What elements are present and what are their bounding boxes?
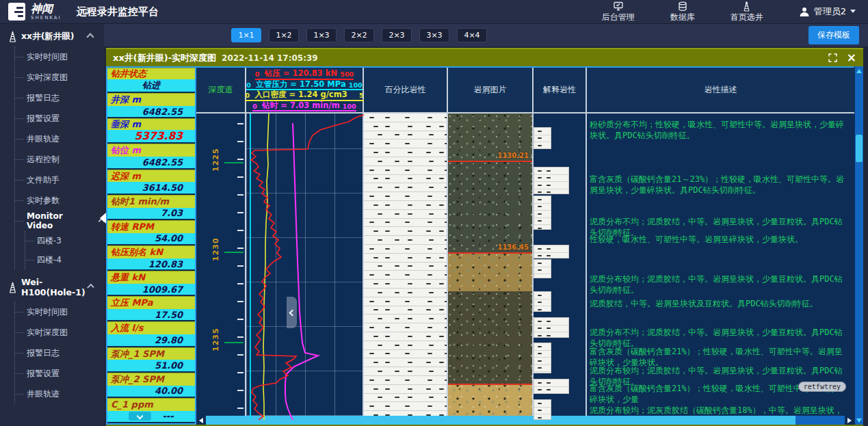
nav-label: 数据库 [670, 12, 695, 22]
param-1: 井深 m6482.55 [107, 93, 195, 118]
curve-legend-row: 0钻时 = 7.03 min/m100 [252, 101, 356, 112]
layout-button-3×3[interactable]: 3×3 [419, 28, 449, 42]
param-label: 钻井状态 [107, 68, 195, 79]
depth-chart-panel: xx井(新井眼)-实时深度图 2022-11-14 17:05:39 × 钻井状… [106, 48, 863, 426]
desc-track: 粉砂质分布不均；性较硬，吸水性、可塑性中等。岩屑呈块状，少量碎块状。具PDC钻头… [587, 114, 854, 416]
user-name: 管理员2 [814, 5, 846, 18]
sample-boundary-line [448, 384, 532, 385]
lith-description-10: 泥质分布较均；泥灰质胶结（碳酸钙含量18%），中等。岩屑呈块状，少量豆粒状。具P… [590, 405, 850, 416]
sidebar-item-0-0[interactable]: 实时时间图 [15, 46, 104, 67]
cuttings-photo [448, 161, 532, 252]
layout-button-1×1[interactable]: 1×1 [231, 28, 261, 42]
cuttings-photo [448, 384, 532, 416]
sidebar-item-0-7[interactable]: 实时参数 [15, 190, 104, 211]
param-label: C_1 ppm [107, 398, 195, 411]
param-value: 6482.55 [107, 157, 195, 169]
layout-button-2×2[interactable]: 2×2 [344, 28, 374, 42]
vertical-scrollbar[interactable] [854, 66, 863, 425]
fullscreen-icon[interactable] [828, 53, 837, 62]
save-template-button[interactable]: 保存模板 [808, 26, 859, 44]
chevron-down-icon [850, 10, 856, 13]
nav-label: 后台管理 [602, 12, 635, 22]
interp-litho-block [534, 379, 569, 394]
app-window: 神闻 SHENKAI 远程录井监控平台 后台管理 数据库 首页选井 [0, 0, 868, 426]
sidebar-collapse-arrow[interactable] [100, 213, 106, 224]
database-icon [678, 1, 687, 12]
derrick-icon [8, 31, 17, 42]
well-node-1[interactable]: Wei-H100(Hole-1) [0, 269, 104, 302]
param-12: 泵冲_2 SPM40.00 [107, 373, 195, 398]
scroll-right-icon[interactable] [845, 416, 854, 425]
nav-home-well-select[interactable]: 首页选井 [731, 1, 763, 22]
param-6: 转速 RPM54.00 [107, 220, 195, 245]
param-value: 54.00 [107, 233, 195, 245]
user-menu[interactable]: 管理员2 [799, 5, 856, 18]
top-bar: 神闻 SHENKAI 远程录井监控平台 后台管理 数据库 首页选井 [0, 0, 868, 24]
scroll-up-icon[interactable] [855, 66, 863, 75]
param-label: 转速 RPM [107, 220, 195, 233]
layout-button-1×2[interactable]: 1×2 [269, 28, 299, 42]
shenkai-logo [8, 3, 25, 21]
layout-button-1×3[interactable]: 1×3 [306, 28, 337, 42]
depth-label: 1225 [211, 148, 220, 172]
param-label: 井深 m [107, 93, 195, 106]
scroll-down-icon[interactable] [855, 416, 863, 425]
sidebar-item-0-1[interactable]: 实时深度图 [15, 67, 104, 88]
param-value: 6482.55 [107, 106, 195, 118]
sample-boundary-line [448, 252, 532, 254]
derrick-icon [742, 1, 751, 12]
cuttings-photo [448, 291, 532, 384]
param-label: 垂深 m [107, 118, 195, 130]
brand-name-en: SHENKAI [31, 16, 62, 21]
close-icon[interactable]: × [847, 52, 856, 64]
param-dropdown-button[interactable] [129, 412, 151, 421]
chart-header: 深度道 0钻压 = 120.83 kN5000立管压力 = 17.50 MPa1… [196, 68, 854, 114]
sidebar-item-1-3[interactable]: 报警设置 [15, 363, 104, 384]
sidebar-item-0-2[interactable]: 报警日志 [15, 88, 104, 108]
nav-label: 首页选井 [731, 12, 763, 22]
sidebar-item-0-4[interactable]: 井眼轨迹 [15, 129, 104, 149]
page-title: 远程录井监控平台 [77, 5, 159, 18]
param-0: 钻井状态钻进 [107, 68, 195, 93]
chevron-down-icon [137, 413, 144, 420]
layout-button-2×3[interactable]: 2×3 [382, 28, 412, 42]
scroll-left-icon[interactable] [196, 416, 206, 425]
lith-description-4: 泥质分布较均；泥质胶结，中等。岩屑呈块状，少量豆粒状。具PDC钻头切削特征。 [590, 274, 850, 295]
param-5: 钻时1 min/m7.03 [107, 195, 195, 220]
sidebar-item-1-4[interactable]: 井眼轨迹 [15, 384, 104, 404]
nav-database[interactable]: 数据库 [670, 1, 695, 22]
litho-description-header: 岩性描述 [587, 68, 854, 112]
nav-backend-management[interactable]: 后台管理 [602, 1, 635, 22]
sidebar-item-0-5[interactable]: 远程控制 [15, 149, 104, 170]
well-node-0[interactable]: xx井(新井眼) [0, 23, 104, 46]
hover-tooltip: retfwtrey [798, 382, 846, 392]
param-value: 29.80 [107, 334, 195, 347]
sidebar-item-0-6[interactable]: 文件助手 [15, 170, 104, 190]
interp-litho-block [534, 167, 569, 194]
cuttings-depth-label: 1130.21 [497, 152, 529, 159]
curve-legend-row: 0入口密度 = 1.24 g/cm35 [245, 90, 363, 101]
sidebar-item-1-0[interactable]: 实时时间图 [15, 302, 104, 322]
sidebar-item-camera-0[interactable]: 四楼-3 [25, 231, 104, 250]
sample-boundary-line [448, 161, 532, 162]
param-label: 泵冲_2 SPM [107, 373, 195, 386]
vertical-scroll-thumb[interactable] [856, 135, 863, 162]
layout-buttons: 1×11×21×32×22×33×34×4 [231, 28, 487, 42]
chart-body: 122512301235 1130.211136.45 粉砂质分布不均；性较硬，… [196, 114, 854, 416]
interp-litho-block [534, 291, 551, 312]
sidebar-item-1-2[interactable]: 报警日志 [15, 343, 104, 363]
param-value: 钻进 [107, 79, 195, 93]
panel-timestamp: 2022-11-14 17:05:39 [222, 53, 318, 63]
sidebar-tree: xx井(新井眼)实时时间图实时深度图报警日志报警设置井眼轨迹远程控制文件助手实时… [0, 23, 104, 404]
chart-region: 深度道 0钻压 = 120.83 kN5000立管压力 = 17.50 MPa1… [196, 66, 854, 425]
param-label: 立压 MPa [107, 296, 195, 309]
layout-button-4×4[interactable]: 4×4 [457, 28, 487, 42]
param-label: 钻位 m [107, 144, 195, 157]
sidebar-item-0-3[interactable]: 报警设置 [15, 108, 104, 129]
param-3: 钻位 m6482.55 [107, 144, 195, 169]
sidebar-item-1-1[interactable]: 实时深度图 [15, 322, 104, 343]
sidebar-item-monitor-video[interactable]: Monitor Video [15, 211, 104, 231]
param-value: --- [107, 411, 195, 423]
sidebar-item-camera-1[interactable]: 四楼-4 [25, 250, 104, 269]
track-collapse-tab[interactable] [287, 297, 297, 328]
